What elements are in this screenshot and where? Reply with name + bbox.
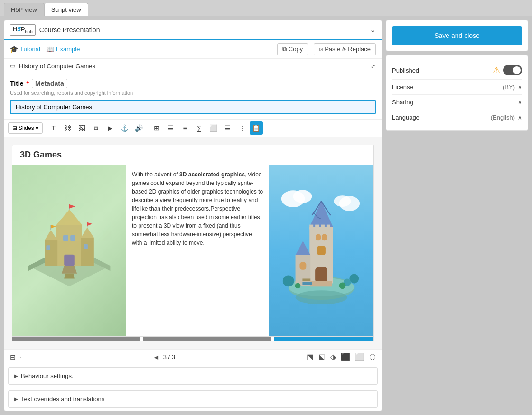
published-row: Published ⚠ xyxy=(392,61,522,80)
slides-button[interactable]: ⊟ Slides ▾ xyxy=(8,122,43,134)
slide-content: With the advent of 3D accelerated graphi… xyxy=(12,165,373,336)
video-tool-button[interactable]: ▶ xyxy=(104,121,117,135)
save-close-button[interactable]: Save and close xyxy=(392,26,522,45)
prev-page-icon[interactable]: ◄ xyxy=(153,353,159,361)
svg-rect-41 xyxy=(296,255,311,286)
copy-icon: ⧉ xyxy=(282,46,287,53)
license-chevron-icon[interactable]: ∧ xyxy=(518,84,522,91)
tab-bar: H5P view Script view xyxy=(0,0,532,16)
text-overrides-accordion: ▶ Text overrides and translations xyxy=(8,390,378,408)
page-info: 3 / 3 xyxy=(163,353,175,360)
svg-rect-7 xyxy=(64,254,75,266)
svg-rect-5 xyxy=(63,235,68,241)
behaviour-settings-header[interactable]: ▶ Behaviour settings. xyxy=(9,368,377,384)
nav-duplicate-icon[interactable]: ⬛ xyxy=(341,352,350,361)
graduation-icon: 🎓 xyxy=(10,46,18,53)
published-toggle[interactable] xyxy=(503,65,522,75)
toggle-thumb xyxy=(513,66,521,74)
sharing-chevron-icon[interactable]: ∧ xyxy=(518,99,522,106)
tutorial-link[interactable]: 🎓 Tutorial xyxy=(10,46,40,53)
required-star: * xyxy=(27,80,29,87)
progress-bar xyxy=(12,336,373,341)
nav-resize-icon[interactable]: ⬕ xyxy=(318,352,326,361)
slides-icon: ⊟ xyxy=(12,125,17,131)
progress-seg-1 xyxy=(12,337,140,341)
svg-rect-13 xyxy=(84,244,88,249)
svg-rect-40 xyxy=(327,224,330,229)
actions-card: Save and close xyxy=(386,20,528,51)
title-section: Title * Metadata Used for searching, rep… xyxy=(4,74,382,120)
section-header: ▭ History of Computer Games ⤢ xyxy=(4,59,382,74)
svg-rect-37 xyxy=(309,224,313,229)
svg-rect-35 xyxy=(317,246,326,255)
expand-icon[interactable]: ⤢ xyxy=(371,63,376,70)
text-overrides-header[interactable]: ▶ Text overrides and translations xyxy=(9,391,377,407)
formula-tool-button[interactable]: ∑ xyxy=(193,121,206,135)
tab-h5p-view[interactable]: H5P view xyxy=(4,3,44,16)
settings-card: Published ⚠ License (BY) ∧ Sharing ∧ L xyxy=(386,55,528,131)
published-label: Published xyxy=(392,67,493,74)
menu-tool-button[interactable]: ☰ xyxy=(221,121,234,135)
slide-area: 3D Games xyxy=(4,137,382,349)
svg-rect-6 xyxy=(70,235,75,241)
link-tool-button[interactable]: ⛓ xyxy=(61,121,75,135)
table-tool-button[interactable]: ⊞ xyxy=(150,121,163,135)
more-tool-button[interactable]: ⋮ xyxy=(235,121,249,135)
castle-left-art xyxy=(12,165,126,336)
slide-title: 3D Games xyxy=(12,145,373,165)
nav-export-icon[interactable]: ⬔ xyxy=(307,352,314,361)
slides-dropdown-icon: ▾ xyxy=(36,125,38,131)
section-icon: ▭ xyxy=(10,63,15,69)
copy-button[interactable]: ⧉ Copy xyxy=(277,43,308,55)
dropdown-arrow-icon[interactable]: ⌄ xyxy=(370,25,376,34)
nav-share-icon[interactable]: ⬗ xyxy=(330,352,336,361)
bullets-tool-button[interactable]: ☰ xyxy=(164,121,177,135)
example-link[interactable]: 📖 Example xyxy=(46,46,80,53)
slide-left-image xyxy=(12,165,126,336)
separator-2 xyxy=(148,123,148,133)
audio-tool-button[interactable]: 🔊 xyxy=(132,121,146,135)
text-tool-button[interactable]: T xyxy=(47,121,60,135)
text-overrides-arrow-icon: ▶ xyxy=(14,397,18,402)
svg-marker-20 xyxy=(62,266,77,273)
svg-rect-36 xyxy=(315,267,327,283)
image-tool-button[interactable]: 🖼 xyxy=(75,121,89,135)
castle-right-art xyxy=(269,165,373,336)
slides-nav-icon[interactable]: ⊟ xyxy=(10,353,16,361)
svg-rect-11 xyxy=(81,238,94,266)
svg-marker-12 xyxy=(81,227,94,238)
anchor-tool-button[interactable]: ⚓ xyxy=(118,121,131,135)
clipboard-tool-button[interactable]: 📋 xyxy=(250,121,263,135)
nav-fullscreen-icon[interactable]: ⬡ xyxy=(369,352,376,361)
right-panel: Save and close Published ⚠ License (BY) … xyxy=(386,20,528,411)
list-tool-button[interactable]: ≡ xyxy=(178,121,192,135)
svg-point-23 xyxy=(293,190,312,203)
book-icon: 📖 xyxy=(46,46,54,53)
toolbar-row: 🎓 Tutorial 📖 Example ⧉ Copy ⧇ Paste & Re… xyxy=(4,40,382,59)
screen-tool-button[interactable]: ⬜ xyxy=(207,121,220,135)
language-chevron-icon[interactable]: ∧ xyxy=(518,114,522,121)
behaviour-arrow-icon: ▶ xyxy=(14,373,18,378)
paste-replace-button[interactable]: ⧇ Paste & Replace xyxy=(314,43,376,55)
svg-point-47 xyxy=(296,290,347,304)
svg-marker-4 xyxy=(56,209,82,224)
left-panel: H5Phub Course Presentation ⌄ 🎓 Tutorial … xyxy=(4,20,382,411)
metadata-badge[interactable]: Metadata xyxy=(32,79,67,88)
title-input[interactable] xyxy=(10,100,376,114)
svg-marker-15 xyxy=(69,204,75,209)
license-label: License xyxy=(392,83,503,91)
bullet-icon: · xyxy=(19,353,21,361)
svg-point-25 xyxy=(334,195,351,207)
title-description: Used for searching, reports and copyrigh… xyxy=(10,90,376,96)
embed-tool-button[interactable]: ⧈ xyxy=(90,121,103,135)
tab-script-view[interactable]: Script view xyxy=(44,3,88,16)
behaviour-settings-accordion: ▶ Behaviour settings. xyxy=(8,367,378,385)
svg-point-28 xyxy=(283,275,294,286)
svg-rect-38 xyxy=(315,224,319,229)
nav-present-icon[interactable]: ⬜ xyxy=(355,352,364,361)
license-row: License (BY) ∧ xyxy=(392,80,522,95)
bottom-nav: ⊟ · ◄ 3 / 3 ⬔ ⬕ ⬗ ⬛ ⬜ ⬡ xyxy=(4,349,382,364)
progress-seg-3 xyxy=(143,337,271,341)
h5p-logo: H5Phub xyxy=(10,24,36,36)
svg-point-48 xyxy=(295,283,301,288)
